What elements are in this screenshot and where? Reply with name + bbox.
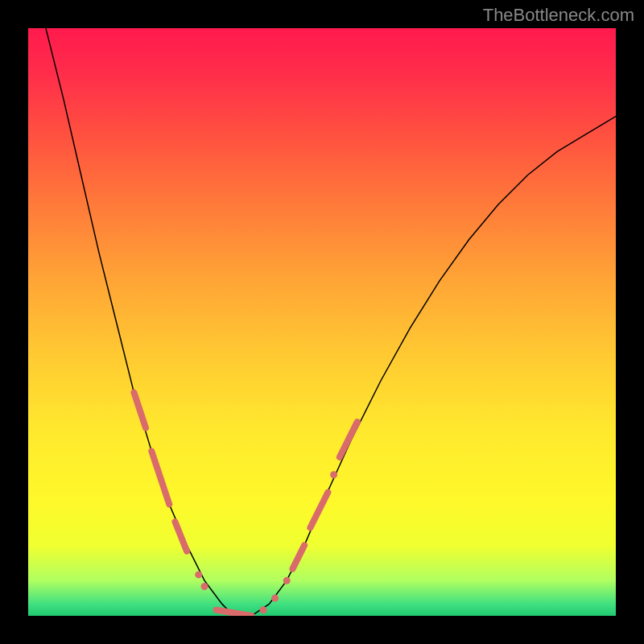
marker-point: [195, 571, 202, 578]
marker-segment: [340, 422, 357, 457]
marker-segment: [151, 452, 169, 505]
marker-point: [271, 595, 279, 602]
chart-svg: [28, 28, 616, 616]
marker-segment: [217, 610, 252, 616]
watermark-text: TheBottleneck.com: [483, 5, 634, 26]
marker-segment: [293, 545, 305, 568]
marker-segment: [175, 522, 188, 551]
marker-point: [201, 583, 208, 590]
marker-segment: [134, 393, 146, 428]
marker-point: [330, 471, 337, 478]
marker-group: [134, 393, 357, 616]
marker-point: [260, 606, 267, 613]
chart-plot-area: [28, 28, 616, 616]
marker-point: [283, 577, 291, 584]
marker-segment: [310, 493, 328, 528]
bottleneck-curve: [28, 28, 616, 616]
